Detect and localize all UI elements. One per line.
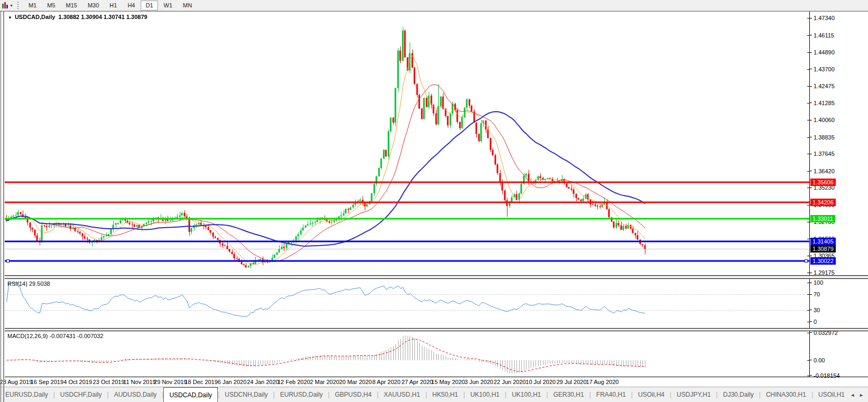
chart-tab-audusd-daily[interactable]: AUDUSD,Daily (109, 387, 162, 402)
date-axis-label: 27 Apr 2020 (402, 379, 433, 385)
macd-axis-tick: -0.018154 (810, 372, 840, 378)
timeframe-button-m15[interactable]: M15 (61, 1, 82, 11)
date-axis-label: 6 Jan 2020 (218, 379, 246, 385)
date-axis-label: 11 Nov 2019 (123, 379, 156, 385)
price-axis-tick: 1.43700 (810, 66, 835, 72)
date-axis-label: 3 Jun 2020 (465, 379, 493, 385)
price-axis-tick: 1.37645 (810, 151, 835, 157)
chart-title-symbol: USDCAD,Daily (15, 14, 55, 20)
rsi-axis-tick: 0 (810, 319, 817, 324)
chart-tab-dj30-daily[interactable]: DJ30,Daily (718, 387, 759, 402)
chart-tab-usoil-h1[interactable]: USOil,H1 (813, 387, 850, 402)
rsi-panel: RSI(14) 29.5038 10070300 (5, 278, 868, 329)
date-axis-label: 2 Mar 2020 (310, 379, 339, 385)
timeframe-toolbar: M1M5M15M30H1H4D1W1MN (23, 1, 197, 11)
date-axis-label: 22 Jun 2020 (494, 379, 526, 385)
chart-dropdown-icon[interactable]: ▼ (8, 15, 12, 20)
date-axis-label: 29 Nov 2019 (154, 379, 187, 385)
line-price-tag[interactable]: 1.30022 (810, 257, 836, 265)
price-axis-tick: 1.46115 (810, 32, 834, 38)
chart-tab-usoil-h4[interactable]: USOil,H4 (633, 387, 670, 402)
date-axis-label: 16 Sep 2019 (31, 379, 63, 385)
line-price-tag[interactable]: 1.31405 (810, 238, 836, 245)
scroll-tabs-right-icon[interactable]: ► (859, 392, 864, 398)
rsi-canvas[interactable] (5, 279, 809, 328)
price-axis-tick: 1.38835 (810, 134, 835, 140)
date-axis-label: 8 Apr 2020 (372, 379, 400, 385)
chart-tab-usdcad-daily[interactable]: USDCAD,Daily (163, 387, 218, 402)
price-axis-tick: 1.47340 (810, 15, 835, 21)
window-left-edge-inner (3, 11, 4, 402)
macd-axis: 0.0329720.00-0.018154 (809, 331, 868, 377)
chart-tab-china300-h1[interactable]: CHINA300,H1 (761, 387, 811, 402)
macd-label: MACD(12,26,9) -0.007431 -0.007032 (7, 333, 104, 339)
chart-tab-eurusd-daily[interactable]: EURUSD,Daily (0, 387, 53, 402)
timeframe-button-m30[interactable]: M30 (83, 1, 104, 11)
timeframe-button-h1[interactable]: H1 (105, 1, 122, 11)
rsi-axis-tick: 70 (810, 292, 820, 297)
macd-axis-tick: 0.00 (810, 357, 825, 363)
date-axis-label: 29 Jul 2020 (557, 379, 587, 385)
date-axis-label: 20 Mar 2020 (339, 379, 372, 385)
price-axis-tick: 1.41285 (810, 100, 835, 106)
chart-window: ▼USDCAD,Daily 1.30882 1.30904 1.30741 1.… (0, 11, 868, 387)
timeframe-button-mn[interactable]: MN (178, 1, 197, 11)
timeframe-button-w1[interactable]: W1 (159, 1, 178, 11)
chart-ohlc-values: 1.30882 1.30904 1.30741 1.30879 (58, 14, 147, 20)
chart-tab-usdcnh-daily[interactable]: USDCNH,Daily (219, 387, 273, 402)
date-axis-label: 24 Jan 2020 (247, 379, 279, 385)
chart-tabs-bar: EURUSD,Daily|USDCHF,Daily|AUDUSD,Daily|U… (0, 387, 868, 402)
top-toolbar: ▼ M1M5M15M30H1H4D1W1MN (0, 0, 868, 11)
date-axis-label: 18 Dec 2019 (184, 379, 217, 385)
price-axis: 1.473401.461151.448901.437001.424751.412… (809, 12, 868, 275)
macd-panel: MACD(12,26,9) -0.007431 -0.007032 0.0329… (5, 331, 868, 377)
price-axis-tick: 1.40060 (810, 117, 835, 123)
rsi-label: RSI(14) 29.5038 (7, 281, 50, 287)
chart-tab-eurusd-daily[interactable]: EURUSD,Daily (275, 387, 328, 402)
date-axis-label: 10 Jul 2020 (525, 379, 556, 385)
line-price-tag[interactable]: 1.34206 (810, 199, 836, 206)
rsi-axis: 10070300 (809, 279, 868, 328)
chart-tab-hk50-h1[interactable]: HK50,H1 (427, 387, 464, 402)
rsi-axis-tick: 30 (810, 307, 820, 313)
chart-tab-ger30-h1[interactable]: GER30,H1 (548, 387, 589, 402)
line-price-tag[interactable]: 1.35606 (810, 179, 836, 186)
chart-tab-usdchf-daily[interactable]: USDCHF,Daily (55, 387, 107, 402)
timeframe-button-h4[interactable]: H4 (123, 1, 140, 11)
line-price-tag[interactable]: 1.33011 (810, 215, 835, 222)
price-axis-tick: 1.36420 (810, 168, 835, 174)
price-axis-tick: 1.44890 (810, 50, 835, 55)
timeframe-button-m1[interactable]: M1 (24, 1, 41, 11)
toolbar-grip[interactable] (17, 2, 19, 9)
date-axis: 28 Aug 201916 Sep 20194 Oct 201923 Oct 2… (5, 377, 868, 387)
scroll-tabs-left-icon[interactable]: ◄ (850, 392, 855, 398)
chart-tab-usdjpy-h1[interactable]: USDJPY,H1 (671, 387, 716, 402)
date-axis-label: 12 Feb 2020 (278, 379, 310, 385)
timeframe-button-m5[interactable]: M5 (42, 1, 60, 11)
macd-axis-tick: 0.032972 (810, 330, 838, 335)
chart-tab-fra40-h1[interactable]: FRA40,H1 (591, 387, 631, 402)
candlestick-chart-icon[interactable] (2, 2, 8, 8)
price-axis-tick: 1.29175 (810, 270, 835, 276)
date-axis-label: 15 May 2020 (431, 379, 465, 385)
chart-tab-uk100-h1[interactable]: UK100,H1 (465, 387, 505, 402)
chart-tab-xauusd-h1[interactable]: XAUUSD,H1 (378, 387, 426, 402)
rsi-value: 29.5038 (29, 281, 50, 287)
date-axis-label: 23 Oct 2019 (93, 379, 125, 385)
main-chart-panel: ▼USDCAD,Daily 1.30882 1.30904 1.30741 1.… (5, 12, 868, 276)
timeframe-button-d1[interactable]: D1 (141, 1, 158, 11)
macd-canvas[interactable] (5, 331, 809, 377)
price-axis-tick: 1.42475 (810, 83, 835, 89)
chart-tab-uk100-h1[interactable]: UK100,H1 (506, 387, 546, 402)
tab-scroll-controls: ◄► (847, 387, 867, 402)
date-axis-label: 28 Aug 2019 (0, 379, 32, 385)
chevron-down-icon[interactable]: ▼ (10, 4, 13, 7)
main-chart-canvas[interactable] (5, 12, 809, 275)
macd-values: -0.007431 -0.007032 (49, 333, 103, 339)
chart-tab-gbpusd-h4[interactable]: GBPUSD,H4 (330, 387, 377, 402)
window-left-edge (1, 11, 1, 402)
rsi-axis-tick: 100 (810, 280, 823, 286)
date-axis-label: 4 Oct 2019 (63, 379, 92, 385)
date-axis-label: 17 Aug 2020 (586, 379, 619, 385)
current-price-tag: 1.30879 (810, 245, 836, 253)
